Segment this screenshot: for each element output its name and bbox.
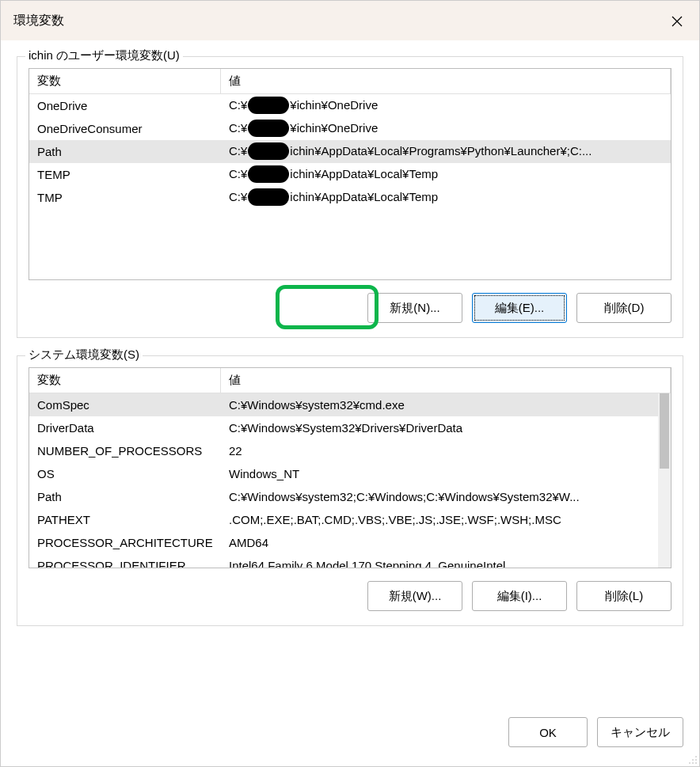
table-row[interactable]: NUMBER_OF_PROCESSORS22: [29, 439, 671, 462]
var-name-cell: Path: [29, 488, 221, 506]
close-icon: [671, 15, 683, 28]
var-name-cell: PROCESSOR_ARCHITECTURE: [29, 533, 221, 552]
highlight-annotation: [276, 285, 379, 329]
col-header-name[interactable]: 変数: [29, 368, 221, 393]
col-header-value[interactable]: 値: [221, 69, 671, 93]
user-vars-group: ichin のユーザー環境変数(U) 変数 値 OneDriveC:¥¥ichi…: [17, 56, 683, 338]
user-buttons-row: 新規(N)... 編集(E)... 削除(D): [29, 293, 671, 323]
var-name-cell: PATHEXT: [29, 511, 221, 529]
var-value-cell: C:¥Windows¥system32¥cmd.exe: [221, 396, 671, 414]
table-row[interactable]: ComSpecC:¥Windows¥system32¥cmd.exe: [29, 393, 671, 416]
redacted-blob: [248, 97, 289, 114]
system-list-body: ComSpecC:¥Windows¥system32¥cmd.exeDriver…: [29, 393, 671, 568]
titlebar: 環境変数: [1, 1, 699, 40]
table-row[interactable]: PROCESSOR_IDENTIFIERIntel64 Family 6 Mod…: [29, 554, 671, 568]
scrollbar-thumb[interactable]: [660, 393, 669, 469]
var-value-cell: C:¥ichin¥AppData¥Local¥Temp: [221, 187, 671, 209]
var-name-cell: OneDrive: [29, 97, 221, 115]
system-new-button[interactable]: 新規(W)...: [367, 581, 462, 611]
dialog-footer: OK キャンセル: [1, 709, 699, 766]
var-value-cell: C:¥Windows¥system32;C:¥Windows;C:¥Window…: [221, 488, 671, 506]
dialog-content: ichin のユーザー環境変数(U) 変数 値 OneDriveC:¥¥ichi…: [1, 40, 699, 709]
var-value-cell: Intel64 Family 6 Model 170 Stepping 4, G…: [221, 556, 671, 568]
user-vars-label: ichin のユーザー環境変数(U): [25, 48, 183, 63]
table-row[interactable]: PATHEXT.COM;.EXE;.BAT;.CMD;.VBS;.VBE;.JS…: [29, 508, 671, 531]
system-list-header: 変数 値: [29, 368, 671, 393]
user-list-header: 変数 値: [29, 69, 671, 94]
var-name-cell: OS: [29, 465, 221, 483]
var-name-cell: TMP: [29, 188, 221, 207]
var-value-cell: C:¥ichin¥AppData¥Local¥Programs¥Python¥L…: [221, 141, 671, 163]
redacted-blob: [248, 165, 289, 183]
svg-point-6: [692, 762, 694, 764]
system-vars-label: システム環境変数(S): [25, 347, 143, 363]
user-vars-list[interactable]: 変数 値 OneDriveC:¥¥ichin¥OneDriveOneDriveC…: [29, 68, 671, 280]
table-row[interactable]: PROCESSOR_ARCHITECTUREAMD64: [29, 531, 671, 554]
svg-point-4: [695, 759, 697, 761]
user-edit-button[interactable]: 編集(E)...: [472, 293, 567, 323]
var-name-cell: OneDriveConsumer: [29, 120, 221, 138]
redacted-blob: [248, 142, 289, 160]
system-edit-button[interactable]: 編集(I)...: [472, 581, 567, 611]
scrollbar[interactable]: [658, 393, 671, 568]
table-row[interactable]: PathC:¥ichin¥AppData¥Local¥Programs¥Pyth…: [29, 140, 671, 163]
table-row[interactable]: OneDriveConsumerC:¥¥ichin¥OneDrive: [29, 117, 671, 140]
table-row[interactable]: PathC:¥Windows¥system32;C:¥Windows;C:¥Wi…: [29, 485, 671, 508]
table-row[interactable]: TEMPC:¥ichin¥AppData¥Local¥Temp: [29, 163, 671, 186]
dialog-title: 環境変数: [13, 13, 64, 29]
cancel-button[interactable]: キャンセル: [597, 717, 683, 747]
redacted-blob: [248, 188, 289, 206]
table-row[interactable]: OSWindows_NT: [29, 462, 671, 485]
var-value-cell: C:¥¥ichin¥OneDrive: [221, 95, 671, 117]
var-name-cell: NUMBER_OF_PROCESSORS: [29, 442, 221, 460]
var-value-cell: Windows_NT: [221, 465, 671, 483]
close-button[interactable]: [666, 10, 688, 32]
system-vars-group: システム環境変数(S) 変数 値 ComSpecC:¥Windows¥syste…: [17, 355, 683, 626]
ok-button[interactable]: OK: [508, 717, 588, 747]
redacted-blob: [248, 120, 289, 137]
user-new-button[interactable]: 新規(N)...: [367, 293, 462, 323]
var-value-cell: C:¥Windows¥System32¥Drivers¥DriverData: [221, 419, 671, 437]
svg-point-5: [689, 762, 690, 764]
var-value-cell: C:¥¥ichin¥OneDrive: [221, 118, 671, 140]
var-name-cell: ComSpec: [29, 396, 221, 414]
var-name-cell: PROCESSOR_IDENTIFIER: [29, 556, 221, 568]
var-name-cell: TEMP: [29, 165, 221, 184]
svg-point-2: [695, 756, 697, 758]
col-header-name[interactable]: 変数: [29, 69, 221, 93]
env-vars-dialog: 環境変数 ichin のユーザー環境変数(U) 変数 値 OneDriveC:¥…: [0, 0, 700, 767]
user-delete-button[interactable]: 削除(D): [576, 293, 671, 323]
var-value-cell: 22: [221, 442, 671, 460]
table-row[interactable]: OneDriveC:¥¥ichin¥OneDrive: [29, 94, 671, 117]
user-list-body: OneDriveC:¥¥ichin¥OneDriveOneDriveConsum…: [29, 94, 671, 279]
var-value-cell: .COM;.EXE;.BAT;.CMD;.VBS;.VBE;.JS;.JSE;.…: [221, 511, 671, 529]
svg-point-3: [692, 759, 694, 761]
var-name-cell: DriverData: [29, 419, 221, 437]
table-row[interactable]: TMPC:¥ichin¥AppData¥Local¥Temp: [29, 186, 671, 209]
system-vars-list[interactable]: 変数 値 ComSpecC:¥Windows¥system32¥cmd.exeD…: [29, 367, 671, 568]
system-buttons-row: 新規(W)... 編集(I)... 削除(L): [29, 581, 671, 611]
svg-point-7: [695, 762, 697, 764]
var-name-cell: Path: [29, 142, 221, 161]
var-value-cell: AMD64: [221, 533, 671, 552]
var-value-cell: C:¥ichin¥AppData¥Local¥Temp: [221, 164, 671, 186]
resize-grip-icon[interactable]: [687, 754, 698, 765]
table-row[interactable]: DriverDataC:¥Windows¥System32¥Drivers¥Dr…: [29, 416, 671, 439]
col-header-value[interactable]: 値: [221, 368, 671, 393]
system-delete-button[interactable]: 削除(L): [576, 581, 671, 611]
